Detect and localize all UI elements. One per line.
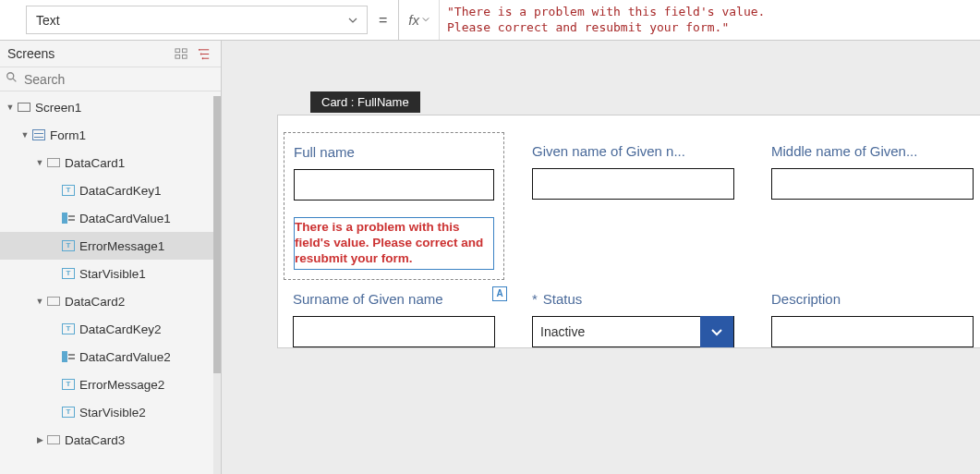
svg-rect-2 <box>175 55 180 58</box>
search-input[interactable] <box>24 72 215 87</box>
canvas[interactable]: Card : FullName Full name There is a pro… <box>222 41 980 474</box>
fx-label-text: fx <box>408 12 419 28</box>
input-givenname[interactable] <box>532 168 734 200</box>
tree-item-datacardkey1[interactable]: TDataCardKey1 <box>0 176 221 204</box>
tree-header: Screens <box>0 41 221 67</box>
tree-view-icon[interactable] <box>192 46 212 60</box>
select-status-value: Inactive <box>540 324 585 339</box>
svg-line-11 <box>13 79 17 82</box>
select-dropdown-button[interactable] <box>700 316 733 347</box>
tree-item-datacard1[interactable]: ▼DataCard1 <box>0 149 221 176</box>
tree-item-starvisible2[interactable]: TStarVisible2 <box>0 398 221 426</box>
formula-box: fx "There is a problem with this field's… <box>398 0 980 40</box>
tree-item-datacardkey2[interactable]: TDataCardKey2 <box>0 315 221 343</box>
tree-item-datacardvalue1[interactable]: DataCardValue1 <box>0 204 221 232</box>
input-description[interactable] <box>771 316 974 347</box>
equals-label: = <box>368 0 398 40</box>
errormessage-fullname[interactable]: There is a problem with this field's val… <box>294 217 494 270</box>
input-fullname[interactable] <box>294 169 494 201</box>
input-surname[interactable] <box>293 316 495 347</box>
input-middlename[interactable] <box>771 168 974 200</box>
tree-scrollbar[interactable] <box>213 96 221 474</box>
svg-rect-0 <box>175 49 180 53</box>
tree-item-starvisible1[interactable]: TStarVisible1 <box>0 260 221 287</box>
property-dropdown[interactable]: Text <box>26 6 368 34</box>
tree-title: Screens <box>4 44 58 63</box>
fx-button[interactable]: fx <box>399 0 440 40</box>
tree-item-screen1[interactable]: ▼Screen1 <box>0 93 221 121</box>
chevron-down-icon <box>422 15 430 25</box>
formula-input[interactable]: "There is a problem with this field's va… <box>440 1 980 40</box>
svg-point-7 <box>199 49 200 51</box>
tree-item-errormessage2[interactable]: TErrorMessage2 <box>0 371 221 398</box>
datacard-middlename[interactable]: Middle name of Given... <box>771 143 974 271</box>
search-icon <box>6 71 24 87</box>
svg-rect-1 <box>183 49 188 53</box>
form-preview: Full name There is a problem with this f… <box>277 115 980 348</box>
svg-point-9 <box>202 57 204 59</box>
datacard-surname[interactable]: Surname of Given name <box>293 291 495 347</box>
datacard-status[interactable]: *Status Inactive <box>532 291 734 347</box>
datacard-description[interactable]: Description <box>771 291 974 347</box>
chevron-down-icon <box>348 13 357 28</box>
tree-item-datacard3[interactable]: ▶DataCard3 <box>0 426 221 454</box>
datacard-givenname[interactable]: Given name of Given n... <box>532 143 734 271</box>
tree-list: ▼Screen1 ▼Form1 ▼DataCard1 TDataCardKey1… <box>0 91 221 474</box>
tree-item-datacard2[interactable]: ▼DataCard2 <box>0 287 221 315</box>
tree-search[interactable] <box>0 67 221 91</box>
tree-item-errormessage1[interactable]: TErrorMessage1 <box>0 232 221 260</box>
label-description: Description <box>771 291 974 307</box>
formula-bar: Text = fx "There is a problem with this … <box>0 0 980 41</box>
label-status: *Status <box>532 291 734 307</box>
svg-rect-3 <box>183 55 188 58</box>
label-givenname: Given name of Given n... <box>532 143 734 159</box>
label-surname: Surname of Given name <box>293 291 495 307</box>
label-fullname: Full name <box>294 144 494 160</box>
selection-tag: Card : FullName <box>310 91 420 113</box>
tree-item-form1[interactable]: ▼Form1 <box>0 121 221 149</box>
select-status[interactable]: Inactive <box>532 316 734 347</box>
tree-item-datacardvalue2[interactable]: DataCardValue2 <box>0 343 221 371</box>
tree-panel: Screens ▼Screen1 ▼Form1 ▼DataCard1 TData… <box>0 41 222 474</box>
datacard-fullname[interactable]: Full name There is a problem with this f… <box>284 132 504 280</box>
svg-point-8 <box>200 54 202 55</box>
label-middlename: Middle name of Given... <box>771 143 974 159</box>
svg-point-10 <box>7 73 14 79</box>
property-dropdown-value: Text <box>36 13 60 28</box>
thumbnails-view-icon[interactable] <box>169 46 192 60</box>
autotext-badge[interactable]: A <box>492 286 507 301</box>
